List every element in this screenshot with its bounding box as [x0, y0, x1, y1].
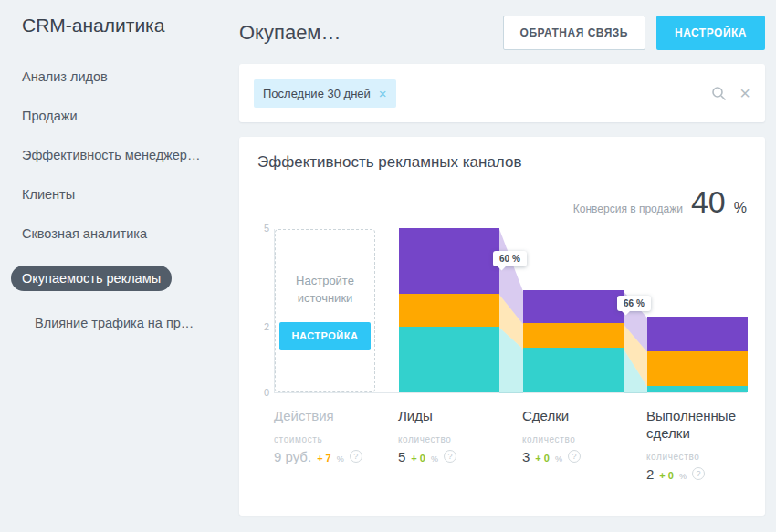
metric-delta: + 0	[411, 453, 425, 464]
y-axis-tick: 0	[264, 387, 269, 398]
active-item-pill: Окупаемость рекламы	[11, 266, 172, 291]
help-icon[interactable]: ?	[568, 450, 581, 463]
y-axis-tick: 2	[264, 321, 269, 332]
metric-delta-unit: %	[555, 454, 562, 464]
metric-label: количество	[646, 452, 747, 462]
metric-values: 9 руб. + 7 % ?	[274, 449, 374, 464]
y-axis-tick: 5	[264, 223, 269, 234]
metric-delta: + 0	[659, 470, 674, 481]
conversion-label: Конверсия в продажи	[573, 203, 683, 215]
sidebar-item-lead-analysis[interactable]: Анализ лидов	[22, 69, 228, 84]
conversion-badge: 60 %	[493, 251, 527, 266]
bar-leads[interactable]	[399, 228, 499, 392]
metric-delta: + 7	[317, 453, 331, 464]
sidebar: CRM-аналитика Анализ лидов Продажи Эффек…	[0, 0, 228, 532]
page-title: Окупаем…	[239, 21, 503, 45]
filter-chip-label: Последние 30 дней	[263, 87, 371, 100]
conversion-value: 40	[691, 184, 726, 220]
settings-button[interactable]: НАСТРОЙКА	[656, 16, 765, 50]
crm-analytics-page: CRM-аналитика Анализ лидов Продажи Эффек…	[0, 0, 776, 532]
panel-title: Эффективность рекламных каналов	[257, 153, 747, 172]
column-footer-deals: Сделки количество 3 + 0 % ?	[522, 408, 623, 482]
filter-icons: ×	[711, 84, 750, 102]
page-header: Окупаем… ОБРАТНАЯ СВЯЗЬ НАСТРОЙКА	[239, 15, 765, 51]
metric-values: 2 + 0 % ?	[646, 466, 747, 482]
header-buttons: ОБРАТНАЯ СВЯЗЬ НАСТРОЙКА	[503, 16, 765, 50]
chip-remove-icon[interactable]: ×	[379, 87, 387, 100]
help-icon[interactable]: ?	[350, 450, 362, 463]
conversion-unit: %	[734, 200, 747, 216]
conversion-summary: Конверсия в продажи 40 %	[257, 184, 747, 220]
metric-delta-unit: %	[431, 454, 438, 464]
filter-bar[interactable]: Последние 30 дней × ×	[239, 64, 765, 122]
bar-segment[interactable]	[523, 323, 624, 348]
metric-label: количество	[522, 434, 623, 444]
metric-value: 9 руб.	[274, 449, 311, 464]
metric-value: 5	[398, 449, 405, 464]
metric-delta-unit: %	[679, 472, 687, 481]
sidebar-item-clients[interactable]: Клиенты	[22, 187, 228, 202]
bar-completed-deals[interactable]	[647, 317, 748, 392]
bar-deals[interactable]	[523, 290, 624, 392]
funnel-chart: 520 Настройте источники НАСТРОЙКА	[257, 229, 747, 393]
metric-values: 5 + 0 % ?	[398, 449, 498, 464]
bar-segment[interactable]	[647, 351, 748, 386]
search-icon[interactable]	[711, 86, 727, 101]
metric-label: количество	[398, 434, 498, 444]
actions-placeholder: Настройте источники НАСТРОЙКА	[275, 229, 375, 392]
column-footer-completed-deals: Выполненные сделки количество 2 + 0 % ?	[646, 408, 747, 482]
bar-segment[interactable]	[523, 348, 624, 392]
column-title: Выполненные сделки	[646, 408, 747, 443]
metric-delta-unit: %	[337, 454, 344, 464]
main-content: Окупаем… ОБРАТНАЯ СВЯЗЬ НАСТРОЙКА Послед…	[228, 0, 776, 532]
column-footer-leads: Лиды количество 5 + 0 % ?	[398, 408, 498, 482]
column-title: Действия	[274, 408, 374, 425]
column-footers: Действия стоимость 9 руб. + 7 % ? Лиды к…	[274, 408, 747, 482]
configure-sources-button[interactable]: НАСТРОЙКА	[279, 322, 372, 350]
sidebar-menu: Анализ лидов Продажи Эффективность менед…	[22, 69, 228, 330]
column-footer-actions: Действия стоимость 9 руб. + 7 % ?	[274, 408, 374, 482]
placeholder-text: Настройте источники	[283, 272, 367, 308]
help-icon[interactable]: ?	[444, 450, 456, 463]
metric-value: 2	[646, 466, 654, 482]
column-title: Лиды	[398, 408, 498, 425]
help-icon[interactable]: ?	[692, 467, 705, 480]
sidebar-item-traffic-influence[interactable]: Влияние трафика на пр…	[35, 316, 228, 330]
metric-delta: + 0	[535, 453, 550, 464]
sidebar-title: CRM-аналитика	[22, 15, 228, 37]
bar-segment[interactable]	[647, 386, 748, 392]
sidebar-item-sales[interactable]: Продажи	[22, 109, 228, 123]
bar-segment[interactable]	[399, 327, 499, 392]
sidebar-item-end-to-end-analytics[interactable]: Сквозная аналитика	[22, 226, 228, 241]
metric-values: 3 + 0 % ?	[522, 449, 623, 464]
conversion-badge: 66 %	[617, 296, 651, 311]
sidebar-item-manager-efficiency[interactable]: Эффективность менеджер…	[22, 148, 228, 162]
y-axis: 520	[257, 229, 274, 393]
bar-segment[interactable]	[399, 228, 499, 294]
feedback-button[interactable]: ОБРАТНАЯ СВЯЗЬ	[503, 16, 645, 50]
metric-label: стоимость	[274, 434, 374, 444]
filter-chip[interactable]: Последние 30 дней ×	[254, 79, 396, 108]
sidebar-item-ad-payback[interactable]: Окупаемость рекламы	[22, 266, 228, 291]
ad-channels-panel: Эффективность рекламных каналов Конверси…	[239, 137, 765, 516]
bar-segment[interactable]	[647, 317, 748, 351]
funnel-plot: Настройте источники НАСТРОЙКА	[274, 229, 747, 393]
column-title: Сделки	[522, 408, 623, 425]
bar-segment[interactable]	[399, 294, 499, 327]
metric-value: 3	[522, 449, 530, 464]
bar-segment[interactable]	[523, 290, 624, 323]
filter-clear-icon[interactable]: ×	[739, 84, 750, 102]
